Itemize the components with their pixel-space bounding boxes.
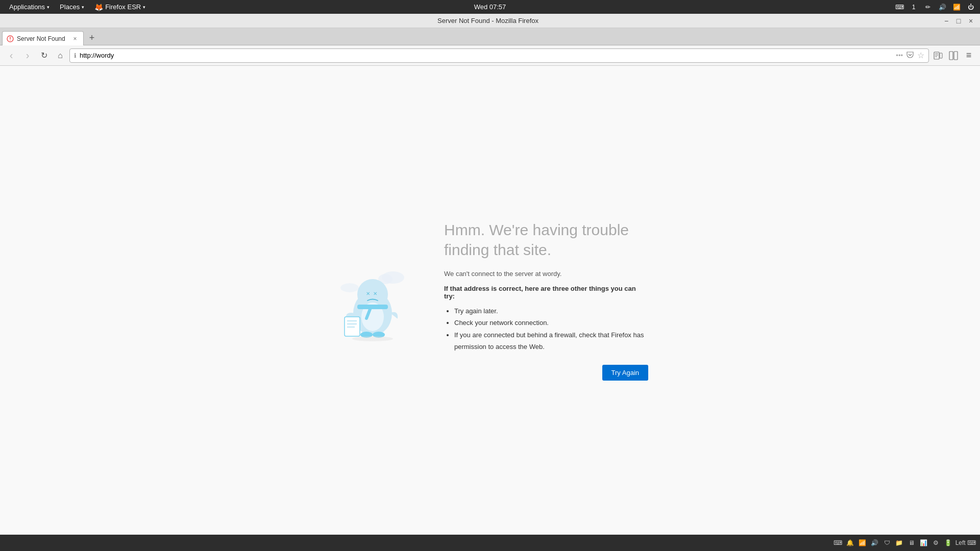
- forward-button[interactable]: ›: [20, 48, 35, 63]
- svg-rect-3: [934, 52, 939, 59]
- svg-rect-18: [345, 317, 360, 336]
- pocket-icon[interactable]: [906, 51, 914, 61]
- reload-button[interactable]: ↻: [37, 48, 51, 63]
- error-text-block: Hmm. We're having trouble finding that s…: [444, 220, 648, 381]
- nav-right-tools: ≡: [931, 48, 976, 63]
- svg-text:✕: ✕: [366, 291, 370, 296]
- bookmarks-sidebar-button[interactable]: [931, 48, 945, 63]
- applications-arrow-icon: ▾: [47, 5, 50, 10]
- home-button[interactable]: ⌂: [53, 48, 67, 63]
- url-info-icon: ℹ: [74, 52, 77, 59]
- power-icon[interactable]: ⏻: [966, 2, 976, 12]
- firefox-label: Firefox ESR: [105, 3, 141, 11]
- svg-point-2: [10, 40, 11, 41]
- taskbar-icon-1[interactable]: ⌨: [833, 538, 843, 548]
- places-menu[interactable]: Places ▾: [55, 0, 89, 14]
- svg-text:✕: ✕: [373, 291, 377, 296]
- try-again-button[interactable]: Try Again: [602, 365, 648, 381]
- volume-icon[interactable]: 🔊: [937, 2, 947, 12]
- taskbar-icon-4[interactable]: 🔊: [870, 538, 880, 548]
- window-title: Server Not Found - Mozilla Firefox: [35, 17, 941, 24]
- applications-menu[interactable]: Applications ▾: [4, 0, 55, 14]
- taskbar: ⌨ 🔔 📶 🔊 🛡 📁 🖥 📊 ⚙ 🔋 Left ⌨: [0, 535, 980, 551]
- svg-point-12: [340, 283, 359, 292]
- svg-rect-9: [954, 52, 958, 60]
- pencil-icon[interactable]: ✏: [923, 2, 933, 12]
- error-heading: Hmm. We're having trouble finding that s…: [444, 220, 648, 260]
- new-tab-button[interactable]: +: [85, 31, 99, 45]
- svg-point-26: [352, 336, 393, 341]
- page-content: ✕ ✕ Hmm. We're having trouble finding th…: [0, 66, 980, 535]
- close-window-button[interactable]: ×: [966, 16, 976, 26]
- address-bar[interactable]: ℹ ••• ☆: [69, 48, 929, 63]
- system-time: Wed 07:57: [474, 3, 506, 11]
- active-tab[interactable]: Server Not Found ×: [2, 31, 84, 45]
- clock: Wed 07:57: [474, 3, 506, 11]
- error-container: ✕ ✕ Hmm. We're having trouble finding th…: [322, 210, 658, 391]
- minimize-button[interactable]: −: [941, 16, 951, 26]
- workspace-icon[interactable]: 1: [909, 2, 919, 12]
- window-controls: − □ ×: [941, 16, 976, 26]
- hamburger-menu-button[interactable]: ≡: [962, 48, 976, 63]
- system-bar-left: Applications ▾ Places ▾ 🦊 Firefox ESR ▾: [4, 0, 151, 14]
- error-list-title: If that address is correct, here are thr…: [444, 285, 648, 300]
- taskbar-icon-3[interactable]: 📶: [857, 538, 868, 548]
- error-description: We can't connect to the server at wordy.: [444, 270, 648, 278]
- keyboard-icon[interactable]: ⌨: [894, 2, 904, 12]
- taskbar-icon-10[interactable]: 🔋: [943, 538, 953, 548]
- tab-label: Server Not Found: [17, 35, 68, 42]
- firefox-icon: 🦊: [94, 3, 103, 11]
- firefox-arrow-icon: ▾: [143, 5, 145, 10]
- tab-close-button[interactable]: ×: [71, 35, 79, 43]
- error-illustration: ✕ ✕: [332, 255, 413, 346]
- suggestion-item-1: Try again later.: [454, 305, 648, 317]
- applications-label: Applications: [9, 3, 45, 11]
- places-label: Places: [60, 3, 80, 11]
- places-arrow-icon: ▾: [82, 5, 84, 10]
- tab-bar: Server Not Found × +: [0, 28, 980, 45]
- taskbar-icon-6[interactable]: 📁: [894, 538, 904, 548]
- title-bar: Server Not Found - Mozilla Firefox − □ ×: [0, 14, 980, 28]
- suggestion-item-2: Check your network connection.: [454, 317, 648, 329]
- svg-rect-7: [940, 53, 942, 58]
- taskbar-icon-2[interactable]: 🔔: [845, 538, 855, 548]
- taskbar-right: ⌨ 🔔 📶 🔊 🛡 📁 🖥 📊 ⚙ 🔋 Left ⌨: [833, 538, 976, 548]
- error-suggestions-list: Try again later. Check your network conn…: [444, 305, 648, 353]
- tab-favicon-icon: [7, 35, 14, 42]
- url-input[interactable]: [80, 52, 893, 59]
- back-button[interactable]: ‹: [4, 48, 18, 63]
- suggestion-item-3: If you are connected but behind a firewa…: [454, 329, 648, 353]
- system-bar: Applications ▾ Places ▾ 🦊 Firefox ESR ▾ …: [0, 0, 980, 14]
- split-view-button[interactable]: [946, 48, 961, 63]
- system-bar-right: ⌨ 1 ✏ 🔊 📶 ⏻: [894, 2, 976, 12]
- bookmark-star-icon[interactable]: ☆: [917, 51, 924, 60]
- firefox-menu[interactable]: 🦊 Firefox ESR ▾: [89, 0, 151, 14]
- network-icon[interactable]: 📶: [951, 2, 962, 12]
- taskbar-icon-7[interactable]: 🖥: [906, 538, 917, 548]
- svg-rect-16: [357, 305, 388, 309]
- svg-rect-8: [949, 52, 953, 60]
- taskbar-layout-text: Left ⌨: [955, 539, 976, 546]
- taskbar-icon-9[interactable]: ⚙: [931, 538, 941, 548]
- nav-bar: ‹ › ↻ ⌂ ℹ ••• ☆ ≡: [0, 45, 980, 66]
- taskbar-icon-5[interactable]: 🛡: [882, 538, 892, 548]
- maximize-button[interactable]: □: [953, 16, 964, 26]
- url-more-icon[interactable]: •••: [896, 52, 903, 59]
- taskbar-icon-8[interactable]: 📊: [919, 538, 929, 548]
